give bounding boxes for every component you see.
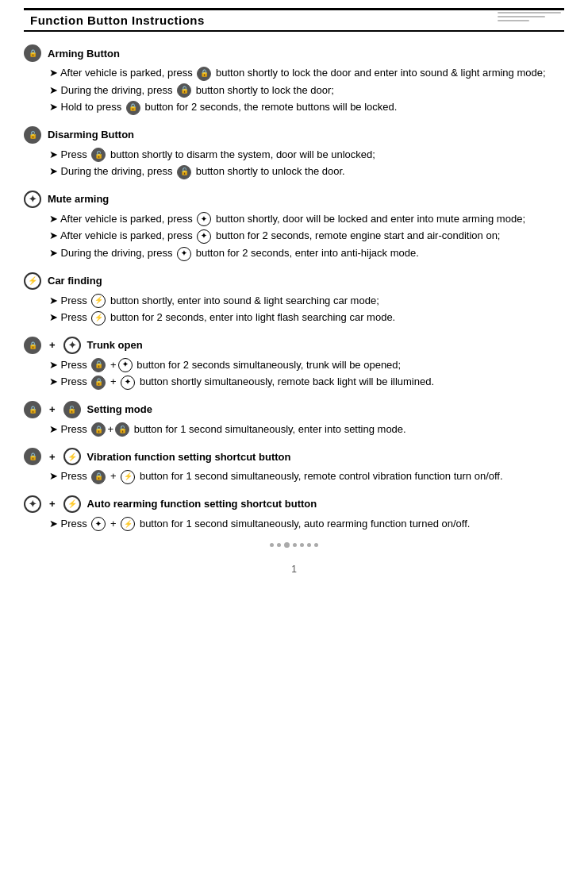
setting-item-1: ➤ Press 🔒+🔓 button for 1 second simultan… xyxy=(49,422,564,437)
trunk-inline-3: 🔒 xyxy=(91,376,106,390)
vibration-title: Vibration function setting shortcut butt… xyxy=(87,451,291,463)
autorearming-item-1: ➤ Press ✦ + ⚡ button for 1 second simult… xyxy=(49,516,564,532)
arming-inline-icon-1: 🔒 xyxy=(197,67,211,81)
trunk-icon2: ✦ xyxy=(63,337,81,354)
mute-inline-icon-3: ✦ xyxy=(177,247,191,261)
disarming-item-2: ➤ During the driving, press 🔓 button sho… xyxy=(49,164,564,179)
setting-plus: + xyxy=(49,403,56,415)
section-arming: 🔒 Arming Button ➤ After vehicle is parke… xyxy=(24,44,564,115)
section-vibration: 🔒 + ⚡ Vibration function setting shortcu… xyxy=(24,448,564,484)
carfinding-inline-icon-2: ⚡ xyxy=(91,311,106,325)
dot-2 xyxy=(277,543,281,547)
section-mute-header: ✦ Mute arming xyxy=(24,191,564,208)
mute-inline-icon-1: ✦ xyxy=(197,212,211,226)
section-vibration-header: 🔒 + ⚡ Vibration function setting shortcu… xyxy=(24,448,564,465)
header-line-3 xyxy=(498,20,529,21)
setting-icon1: 🔒 xyxy=(24,401,41,418)
setting-title: Setting mode xyxy=(87,403,152,415)
trunk-plus: + xyxy=(49,339,56,351)
trunk-item-1: ➤ Press 🔒 +✦ button for 2 seconds simult… xyxy=(49,357,564,373)
section-carfinding: ⚡ Car finding ➤ Press ⚡ button shortly, … xyxy=(24,272,564,325)
trunk-inline-4: ✦ xyxy=(121,376,135,390)
mute-title: Mute arming xyxy=(48,193,109,205)
carfinding-body: ➤ Press ⚡ button shortly, enter into sou… xyxy=(24,293,564,325)
trunk-inline-2: ✦ xyxy=(118,358,133,372)
page: Function Button Instructions 🔒 Arming Bu… xyxy=(0,0,588,882)
section-mute: ✦ Mute arming ➤ After vehicle is parked,… xyxy=(24,191,564,261)
disarming-item-1: ➤ Press 🔓 button shortly to disarm the s… xyxy=(49,147,564,163)
vibration-icon2: ⚡ xyxy=(63,448,81,465)
autorearming-title: Auto rearming function setting shortcut … xyxy=(87,498,317,510)
dot-5 xyxy=(300,543,304,547)
dot-3 xyxy=(284,542,290,548)
carfinding-item-2: ➤ Press ⚡ button for 2 seconds, enter in… xyxy=(49,310,564,325)
section-disarming: 🔓 Disarming Button ➤ Press 🔓 button shor… xyxy=(24,126,564,179)
header-line-1 xyxy=(498,12,561,13)
section-carfinding-header: ⚡ Car finding xyxy=(24,272,564,290)
trunk-body: ➤ Press 🔒 +✦ button for 2 seconds simult… xyxy=(24,357,564,390)
section-setting: 🔒 + 🔓 Setting mode ➤ Press 🔒+🔓 button fo… xyxy=(24,401,564,437)
autorearming-inline-2: ⚡ xyxy=(121,517,135,531)
trunk-title: Trunk open xyxy=(87,339,143,351)
carfinding-inline-icon-1: ⚡ xyxy=(91,294,106,308)
section-arming-header: 🔒 Arming Button xyxy=(24,44,564,62)
mute-icon: ✦ xyxy=(24,191,41,208)
setting-inline-1: 🔒 xyxy=(91,422,106,437)
autorearming-inline-1: ✦ xyxy=(91,517,106,531)
header-decoration xyxy=(498,12,564,21)
carfinding-item-1: ➤ Press ⚡ button shortly, enter into sou… xyxy=(49,293,564,309)
disarming-body: ➤ Press 🔓 button shortly to disarm the s… xyxy=(24,147,564,179)
carfinding-title: Car finding xyxy=(48,275,102,287)
section-trunk-header: 🔒 + ✦ Trunk open xyxy=(24,337,564,354)
disarming-icon: 🔓 xyxy=(24,126,41,144)
vibration-icon1: 🔒 xyxy=(24,448,41,465)
page-header: Function Button Instructions xyxy=(24,8,564,32)
mute-item-1: ➤ After vehicle is parked, press ✦ butto… xyxy=(49,211,564,227)
vibration-plus: + xyxy=(49,451,56,463)
disarming-inline-icon-2: 🔓 xyxy=(177,165,191,179)
mute-item-2: ➤ After vehicle is parked, press ✦ butto… xyxy=(49,228,564,244)
arming-item-1: ➤ After vehicle is parked, press 🔒 butto… xyxy=(49,65,564,81)
disarming-title: Disarming Button xyxy=(48,129,134,141)
dot-4 xyxy=(293,543,297,547)
arming-body: ➤ After vehicle is parked, press 🔒 butto… xyxy=(24,65,564,115)
page-dots xyxy=(24,542,564,548)
autorearming-icon1: ✦ xyxy=(24,495,41,513)
autorearming-icon2: ⚡ xyxy=(63,495,81,513)
section-autorearming-header: ✦ + ⚡ Auto rearming function setting sho… xyxy=(24,495,564,513)
vibration-inline-2: ⚡ xyxy=(121,470,135,484)
trunk-item-2: ➤ Press 🔒 + ✦ button shortly simultaneou… xyxy=(49,374,564,390)
vibration-inline-1: 🔒 xyxy=(91,470,106,484)
section-disarming-header: 🔓 Disarming Button xyxy=(24,126,564,144)
dot-7 xyxy=(314,543,318,547)
trunk-inline-1: 🔒 xyxy=(91,358,106,372)
vibration-item-1: ➤ Press 🔒 + ⚡ button for 1 second simult… xyxy=(49,468,564,484)
section-setting-header: 🔒 + 🔓 Setting mode xyxy=(24,401,564,418)
autorearming-body: ➤ Press ✦ + ⚡ button for 1 second simult… xyxy=(24,516,564,532)
arming-inline-icon-3: 🔒 xyxy=(126,101,140,115)
header-line-2 xyxy=(498,16,545,17)
vibration-body: ➤ Press 🔒 + ⚡ button for 1 second simult… xyxy=(24,468,564,484)
page-title: Function Button Instructions xyxy=(30,13,205,27)
autorearming-plus: + xyxy=(49,498,56,510)
mute-body: ➤ After vehicle is parked, press ✦ butto… xyxy=(24,211,564,261)
disarming-inline-icon-1: 🔓 xyxy=(91,148,106,162)
arming-title: Arming Button xyxy=(48,48,120,60)
arming-item-2: ➤ During the driving, press 🔒 button sho… xyxy=(49,83,564,98)
trunk-icon1: 🔒 xyxy=(24,337,41,354)
section-autorearming: ✦ + ⚡ Auto rearming function setting sho… xyxy=(24,495,564,532)
setting-body: ➤ Press 🔒+🔓 button for 1 second simultan… xyxy=(24,422,564,437)
mute-inline-icon-2: ✦ xyxy=(197,229,211,244)
setting-inline-2: 🔓 xyxy=(115,422,129,437)
dot-6 xyxy=(307,543,311,547)
setting-icon2: 🔓 xyxy=(63,401,81,418)
mute-item-3: ➤ During the driving, press ✦ button for… xyxy=(49,245,564,261)
arming-item-3: ➤ Hold to press 🔒 button for 2 seconds, … xyxy=(49,99,564,115)
arming-inline-icon-2: 🔒 xyxy=(177,83,191,98)
carfinding-icon: ⚡ xyxy=(24,272,41,290)
page-number: 1 xyxy=(24,564,564,575)
dot-1 xyxy=(270,543,274,547)
section-trunk: 🔒 + ✦ Trunk open ➤ Press 🔒 +✦ button for… xyxy=(24,337,564,390)
arming-icon: 🔒 xyxy=(24,44,41,62)
